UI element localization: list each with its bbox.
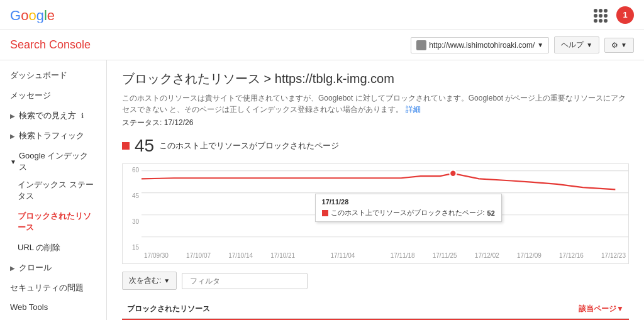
sidebar-item-blocked-resources[interactable]: ブロックされたリソース	[0, 206, 106, 238]
sidebar-item-search-traffic[interactable]: ▶ 検索トラフィック	[0, 126, 106, 146]
settings-button[interactable]: ⚙ ▼	[604, 38, 634, 53]
svg-text:Google: Google	[10, 8, 55, 23]
table-section: ブロックされたリソース 該当ページ▼ 1 https://tblg.k-img.…	[122, 300, 629, 320]
sidebar: ダッシュボード メッセージ ▶ 検索での見え方 ℹ ▶ 検索トラフィック ▼ G…	[0, 60, 107, 320]
filter-contains-button[interactable]: 次を含む: ▼	[122, 272, 177, 290]
stat-label: このホスト上でリソースがブロックされたページ	[159, 140, 339, 152]
sidebar-item-search-appearance[interactable]: ▶ 検索での見え方 ℹ	[0, 106, 106, 126]
tooltip-square-icon	[322, 210, 328, 216]
apps-icon[interactable]	[594, 9, 606, 21]
sidebar-item-security[interactable]: セキュリティの問題	[0, 278, 106, 298]
tooltip-date: 17/11/28	[322, 198, 495, 206]
sidebar-item-dashboard[interactable]: ダッシュボード	[0, 65, 106, 86]
status-line: ステータス: 17/12/26	[122, 118, 629, 128]
top-bar: Google 1	[0, 0, 644, 30]
table-col-affected-pages[interactable]: 該当ページ▼	[579, 304, 624, 314]
filter-chevron: ▼	[164, 277, 170, 284]
sidebar-item-crawl[interactable]: ▶ クロール	[0, 258, 106, 278]
main-layout: ダッシュボード メッセージ ▶ 検索での見え方 ℹ ▶ 検索トラフィック ▼ G…	[0, 60, 644, 320]
help-button[interactable]: ヘルプ ▼	[554, 36, 599, 53]
sidebar-group-google-index: ▼ Google インデックス	[0, 146, 106, 175]
table-col-blocked-resources: ブロックされたリソース	[127, 304, 210, 314]
sidebar-item-messages[interactable]: メッセージ	[0, 86, 106, 106]
search-console-title: Search Console	[10, 38, 91, 52]
page-title: ブロックされたリソース > https://tblg.k-img.com	[122, 70, 629, 87]
site-selector-chevron: ▼	[537, 41, 543, 48]
sidebar-item-index-status[interactable]: インデックス ステータス	[0, 175, 106, 206]
user-avatar[interactable]: 1	[616, 6, 634, 24]
stat-box: 45 このホスト上でリソースがブロックされたページ	[122, 136, 629, 156]
detail-link[interactable]: 詳細	[406, 105, 421, 114]
chart-y-labels: 60 45 30 15	[123, 164, 142, 251]
site-selector[interactable]: http://www.ishimotohiroaki.com/ ▼	[411, 37, 549, 53]
tooltip-value: 52	[487, 209, 495, 217]
help-chevron: ▼	[586, 41, 592, 48]
page-description: このホストのリソースは貴サイトで使用されていますが、Googlebot に対して…	[122, 92, 629, 115]
site-favicon	[416, 40, 426, 50]
tooltip-item: このホスト上でリソースがブロックされたページ: 52	[322, 208, 495, 218]
sidebar-item-web-tools[interactable]: Web Tools	[0, 298, 106, 316]
sub-header: Search Console http://www.ishimotohiroak…	[0, 30, 644, 60]
table-header: ブロックされたリソース 該当ページ▼	[122, 300, 629, 319]
chart-tooltip: 17/11/28 このホスト上でリソースがブロックされたページ: 52	[315, 194, 502, 222]
chart-x-labels: 17/09/30 17/10/07 17/10/14 17/10/21 17/1…	[142, 251, 628, 263]
site-url-label: http://www.ishimotohiroaki.com/	[429, 41, 535, 50]
main-content: ブロックされたリソース > https://tblg.k-img.com このホ…	[107, 60, 644, 320]
filter-input[interactable]	[182, 273, 308, 289]
stat-number: 45	[135, 136, 154, 156]
sub-header-right: http://www.ishimotohiroaki.com/ ▼ ヘルプ ▼ …	[411, 36, 634, 53]
chart-container: 60 45 30 15	[122, 163, 629, 264]
sidebar-item-url-removal[interactable]: URL の削除	[0, 238, 106, 258]
top-bar-right: 1	[594, 6, 634, 24]
settings-chevron: ▼	[621, 41, 627, 48]
svg-point-5	[450, 170, 456, 177]
google-logo: Google	[10, 8, 57, 23]
gear-icon: ⚙	[611, 41, 618, 50]
filter-row: 次を含む: ▼	[122, 272, 629, 290]
red-square-icon	[122, 142, 130, 150]
tooltip-label: このホスト上でリソースがブロックされたページ:	[331, 208, 485, 218]
